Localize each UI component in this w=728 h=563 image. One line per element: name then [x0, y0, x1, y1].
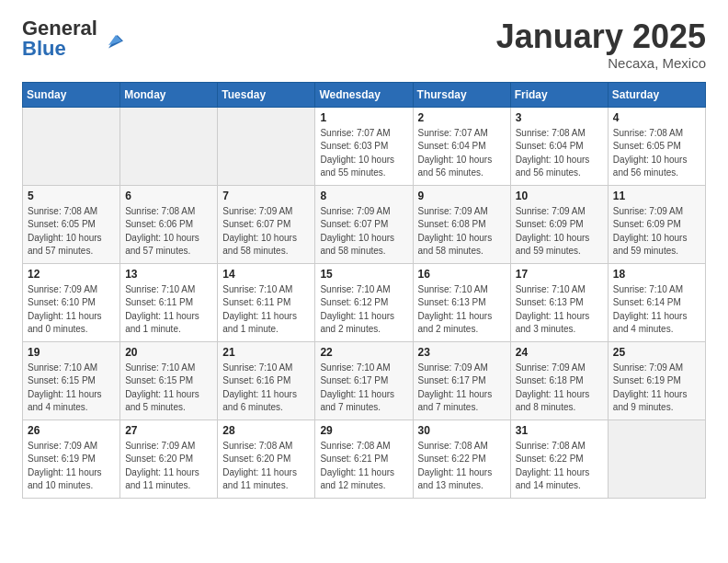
day-number: 8	[320, 190, 407, 202]
table-row: 29Sunrise: 7:08 AM Sunset: 6:21 PM Dayli…	[315, 419, 413, 498]
day-info: Sunrise: 7:10 AM Sunset: 6:15 PM Dayligh…	[28, 362, 115, 415]
table-row: 19Sunrise: 7:10 AM Sunset: 6:15 PM Dayli…	[23, 341, 120, 419]
day-info: Sunrise: 7:08 AM Sunset: 6:06 PM Dayligh…	[125, 205, 212, 259]
day-number: 7	[222, 190, 310, 202]
header-friday: Friday	[510, 82, 608, 107]
day-info: Sunrise: 7:10 AM Sunset: 6:11 PM Dayligh…	[125, 283, 212, 337]
table-row: 27Sunrise: 7:09 AM Sunset: 6:20 PM Dayli…	[120, 419, 218, 498]
day-info: Sunrise: 7:09 AM Sunset: 6:07 PM Dayligh…	[222, 205, 310, 259]
title-block: January 2025 Necaxa, Mexico	[496, 18, 706, 71]
day-number: 9	[418, 190, 506, 202]
header-saturday: Saturday	[608, 82, 705, 107]
logo-icon	[101, 28, 123, 50]
header-thursday: Thursday	[413, 82, 510, 107]
table-row	[120, 107, 218, 185]
calendar-week-row: 1Sunrise: 7:07 AM Sunset: 6:03 PM Daylig…	[23, 107, 706, 185]
month-title: January 2025	[496, 18, 706, 55]
day-number: 19	[28, 346, 115, 359]
table-row: 26Sunrise: 7:09 AM Sunset: 6:19 PM Dayli…	[23, 419, 120, 498]
table-row: 15Sunrise: 7:10 AM Sunset: 6:12 PM Dayli…	[315, 263, 413, 341]
day-info: Sunrise: 7:09 AM Sunset: 6:18 PM Dayligh…	[516, 362, 603, 415]
day-info: Sunrise: 7:10 AM Sunset: 6:14 PM Dayligh…	[613, 283, 700, 337]
day-number: 12	[28, 268, 115, 281]
table-row: 5Sunrise: 7:08 AM Sunset: 6:05 PM Daylig…	[23, 185, 120, 263]
table-row: 6Sunrise: 7:08 AM Sunset: 6:06 PM Daylig…	[120, 185, 218, 263]
day-number: 27	[125, 424, 212, 437]
day-number: 23	[418, 346, 506, 359]
day-info: Sunrise: 7:08 AM Sunset: 6:04 PM Dayligh…	[516, 127, 603, 180]
header-tuesday: Tuesday	[218, 82, 315, 107]
day-number: 6	[125, 190, 212, 202]
day-number: 30	[418, 424, 506, 437]
table-row: 13Sunrise: 7:10 AM Sunset: 6:11 PM Dayli…	[120, 263, 218, 341]
day-number: 16	[418, 268, 506, 281]
table-row: 21Sunrise: 7:10 AM Sunset: 6:16 PM Dayli…	[218, 341, 315, 419]
day-info: Sunrise: 7:07 AM Sunset: 6:04 PM Dayligh…	[418, 127, 506, 180]
day-info: Sunrise: 7:08 AM Sunset: 6:05 PM Dayligh…	[28, 205, 115, 259]
day-info: Sunrise: 7:10 AM Sunset: 6:13 PM Dayligh…	[418, 283, 506, 337]
day-info: Sunrise: 7:10 AM Sunset: 6:13 PM Dayligh…	[516, 283, 603, 337]
day-number: 20	[125, 346, 212, 359]
day-number: 3	[516, 111, 603, 124]
table-row: 11Sunrise: 7:09 AM Sunset: 6:09 PM Dayli…	[608, 185, 705, 263]
table-row: 25Sunrise: 7:09 AM Sunset: 6:19 PM Dayli…	[608, 341, 705, 419]
table-row: 24Sunrise: 7:09 AM Sunset: 6:18 PM Dayli…	[510, 341, 608, 419]
day-info: Sunrise: 7:10 AM Sunset: 6:16 PM Dayligh…	[222, 362, 310, 415]
day-number: 18	[613, 268, 700, 281]
table-row: 3Sunrise: 7:08 AM Sunset: 6:04 PM Daylig…	[510, 107, 608, 185]
day-number: 24	[516, 346, 603, 359]
day-info: Sunrise: 7:08 AM Sunset: 6:22 PM Dayligh…	[418, 440, 506, 493]
day-info: Sunrise: 7:09 AM Sunset: 6:07 PM Dayligh…	[320, 205, 407, 259]
day-info: Sunrise: 7:09 AM Sunset: 6:10 PM Dayligh…	[28, 283, 115, 337]
weekday-header-row: Sunday Monday Tuesday Wednesday Thursday…	[23, 82, 706, 107]
table-row: 28Sunrise: 7:08 AM Sunset: 6:20 PM Dayli…	[218, 419, 315, 498]
day-info: Sunrise: 7:08 AM Sunset: 6:21 PM Dayligh…	[320, 440, 407, 493]
header-wednesday: Wednesday	[315, 82, 413, 107]
day-info: Sunrise: 7:09 AM Sunset: 6:20 PM Dayligh…	[125, 440, 212, 493]
table-row	[608, 419, 705, 498]
table-row: 30Sunrise: 7:08 AM Sunset: 6:22 PM Dayli…	[413, 419, 510, 498]
day-number: 31	[516, 424, 603, 437]
day-info: Sunrise: 7:09 AM Sunset: 6:09 PM Dayligh…	[516, 205, 603, 259]
table-row: 31Sunrise: 7:08 AM Sunset: 6:22 PM Dayli…	[510, 419, 608, 498]
calendar-page: General Blue January 2025 Necaxa, Mexico…	[0, 0, 728, 517]
day-info: Sunrise: 7:10 AM Sunset: 6:12 PM Dayligh…	[320, 283, 407, 337]
calendar-week-row: 12Sunrise: 7:09 AM Sunset: 6:10 PM Dayli…	[23, 263, 706, 341]
header-sunday: Sunday	[23, 82, 120, 107]
day-info: Sunrise: 7:10 AM Sunset: 6:15 PM Dayligh…	[125, 362, 212, 415]
header: General Blue January 2025 Necaxa, Mexico	[22, 18, 706, 71]
table-row: 10Sunrise: 7:09 AM Sunset: 6:09 PM Dayli…	[510, 185, 608, 263]
table-row: 8Sunrise: 7:09 AM Sunset: 6:07 PM Daylig…	[315, 185, 413, 263]
day-number: 4	[613, 111, 700, 124]
day-number: 13	[125, 268, 212, 281]
table-row: 4Sunrise: 7:08 AM Sunset: 6:05 PM Daylig…	[608, 107, 705, 185]
logo: General Blue	[22, 18, 123, 59]
calendar-week-row: 19Sunrise: 7:10 AM Sunset: 6:15 PM Dayli…	[23, 341, 706, 419]
calendar-week-row: 26Sunrise: 7:09 AM Sunset: 6:19 PM Dayli…	[23, 419, 706, 498]
day-number: 17	[516, 268, 603, 281]
table-row: 20Sunrise: 7:10 AM Sunset: 6:15 PM Dayli…	[120, 341, 218, 419]
day-number: 26	[28, 424, 115, 437]
table-row	[218, 107, 315, 185]
day-info: Sunrise: 7:09 AM Sunset: 6:08 PM Dayligh…	[418, 205, 506, 259]
calendar-table: Sunday Monday Tuesday Wednesday Thursday…	[22, 82, 706, 499]
day-info: Sunrise: 7:08 AM Sunset: 6:05 PM Dayligh…	[613, 127, 700, 180]
day-number: 22	[320, 346, 407, 359]
calendar-week-row: 5Sunrise: 7:08 AM Sunset: 6:05 PM Daylig…	[23, 185, 706, 263]
location: Necaxa, Mexico	[496, 55, 706, 71]
day-number: 10	[516, 190, 603, 202]
day-number: 15	[320, 268, 407, 281]
day-number: 21	[222, 346, 310, 359]
day-number: 2	[418, 111, 506, 124]
table-row: 22Sunrise: 7:10 AM Sunset: 6:17 PM Dayli…	[315, 341, 413, 419]
table-row: 9Sunrise: 7:09 AM Sunset: 6:08 PM Daylig…	[413, 185, 510, 263]
table-row: 16Sunrise: 7:10 AM Sunset: 6:13 PM Dayli…	[413, 263, 510, 341]
header-monday: Monday	[120, 82, 218, 107]
day-info: Sunrise: 7:10 AM Sunset: 6:17 PM Dayligh…	[320, 362, 407, 415]
day-info: Sunrise: 7:08 AM Sunset: 6:20 PM Dayligh…	[222, 440, 310, 493]
table-row: 7Sunrise: 7:09 AM Sunset: 6:07 PM Daylig…	[218, 185, 315, 263]
table-row: 2Sunrise: 7:07 AM Sunset: 6:04 PM Daylig…	[413, 107, 510, 185]
day-number: 28	[222, 424, 310, 437]
table-row: 12Sunrise: 7:09 AM Sunset: 6:10 PM Dayli…	[23, 263, 120, 341]
day-info: Sunrise: 7:07 AM Sunset: 6:03 PM Dayligh…	[320, 127, 407, 180]
